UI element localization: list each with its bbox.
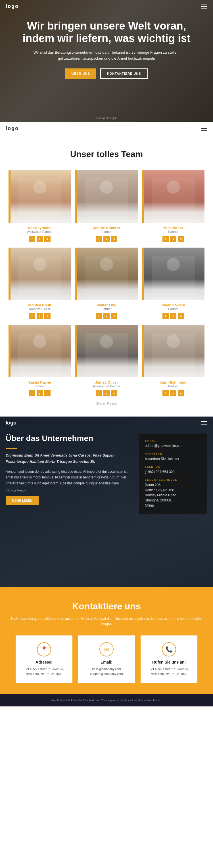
social-icons-row: f y o	[142, 390, 205, 396]
portrait-head	[167, 335, 180, 348]
instagram-icon[interactable]: o	[178, 313, 184, 319]
instagram-icon[interactable]: o	[111, 313, 117, 319]
team-card: James Oliver Assoziierter Partner f y o	[75, 325, 138, 396]
instagram-icon[interactable]: o	[44, 313, 51, 319]
portrait-body	[18, 255, 62, 300]
contact-card-text: 121 Rock Street, 21 Avenue, New York, NY…	[20, 667, 68, 676]
about-content: Über das Unternehmen Dignissim Enim Sit …	[0, 416, 213, 525]
about-read-more-button[interactable]: MEHR LESEN	[6, 496, 39, 505]
team-photo	[8, 325, 71, 377]
team-photo-box	[142, 170, 205, 223]
team-row-3: Sasha Payne Partner f y o James Oliver	[8, 325, 205, 396]
facebook-icon[interactable]: f	[96, 236, 102, 242]
yellow-accent-bar	[8, 325, 10, 377]
team-card: Mila Parker Partner f y o	[142, 170, 205, 242]
twitter-icon[interactable]: y	[37, 313, 43, 319]
team-photo	[8, 170, 71, 223]
hero-menu-button[interactable]	[201, 4, 207, 8]
facebook-icon[interactable]: f	[162, 390, 169, 396]
hero-section: logo Wir bringen unsere Welt voran, inde…	[0, 0, 213, 122]
contact-card-title: Rufen Sie uns an:	[145, 660, 193, 664]
team-member-role: Partner	[8, 384, 71, 388]
twitter-icon[interactable]: y	[170, 236, 176, 242]
hero-logo: logo	[6, 3, 19, 9]
team-photo	[142, 325, 205, 377]
team-photo-box	[75, 325, 138, 377]
portrait-body	[85, 255, 128, 300]
team-photo	[75, 248, 138, 300]
contact-us-button[interactable]: KONTAKTIERE UNS	[100, 68, 148, 79]
team-member-name: Jennie Roberts	[75, 226, 138, 230]
team-member-name: Peter Howard	[142, 303, 205, 307]
team-row-1: Nat Reynolds Weltweiter Partner f y o Je…	[8, 170, 205, 242]
facebook-icon[interactable]: f	[29, 313, 35, 319]
team-member-name: Monica Pouli	[8, 303, 71, 307]
contact-card-text: 121 Rock Street, 21 Avenue, New York, NY…	[145, 667, 193, 676]
social-icons-row: f y o	[8, 390, 71, 396]
team-member-name: Ann Richmond	[142, 380, 205, 384]
team-photo	[142, 170, 205, 223]
portrait-head	[100, 181, 113, 194]
facebook-icon[interactable]: f	[96, 390, 102, 396]
section2-nav: logo	[0, 122, 213, 135]
team-card: Ann Richmond Partner f y o	[142, 325, 205, 396]
team-member-role: Partner	[142, 307, 205, 311]
twitter-icon[interactable]: y	[103, 313, 110, 319]
instagram-icon[interactable]: o	[111, 390, 117, 396]
facebook-icon[interactable]: f	[162, 236, 169, 242]
team-card-info: Ann Richmond Partner f y o	[142, 377, 205, 396]
portrait-head	[167, 181, 180, 194]
portrait-head	[33, 258, 46, 271]
twitter-icon[interactable]: y	[170, 313, 176, 319]
facebook-icon[interactable]: f	[29, 390, 35, 396]
contact-info-label: TELEFON	[145, 465, 202, 468]
team-card: Monica Pouli Kreativer Leiter f y o	[8, 248, 71, 319]
team-card-info: Jennie Roberts Partner f y o	[75, 223, 138, 242]
instagram-icon[interactable]: o	[44, 390, 51, 396]
instagram-icon[interactable]: o	[44, 236, 51, 242]
contact-section: Kontaktiere uns Nisl mi scelerisque eu u…	[0, 587, 213, 694]
portrait-head	[33, 181, 46, 194]
team-member-role: Partner	[75, 307, 138, 311]
contact-card-title: Adresse:	[20, 660, 68, 664]
instagram-icon[interactable]: o	[111, 236, 117, 242]
twitter-icon[interactable]: y	[170, 390, 176, 396]
team-title: Unser tolles Team	[8, 149, 205, 159]
team-photo-box	[75, 170, 138, 223]
team-card-info: Nat Reynolds Weltweiter Partner f y o	[8, 223, 71, 242]
twitter-icon[interactable]: y	[37, 390, 43, 396]
team-photo-box	[8, 325, 71, 377]
team-card-info: James Oliver Assoziierter Partner f y o	[75, 377, 138, 396]
section2-menu-button[interactable]	[201, 127, 207, 131]
social-icons-row: f y o	[75, 390, 138, 396]
social-icons-row: f y o	[75, 236, 138, 242]
hero-subtitle: Wir sind das Beratungsunternehmen, das d…	[33, 50, 180, 62]
twitter-icon[interactable]: y	[103, 390, 110, 396]
contact-card-icon: ✉	[99, 642, 114, 656]
team-photo	[75, 325, 138, 377]
social-icons-row: f y o	[8, 313, 71, 319]
facebook-icon[interactable]: f	[96, 313, 102, 319]
team-card: Walter Lilly Partner f y o	[75, 248, 138, 319]
team-photo	[142, 248, 205, 300]
contact-info-value: Raum 236 Raffles City Nr. 168 Berkley Mi…	[145, 483, 202, 508]
about-credit: Bild von Freepik	[6, 489, 133, 492]
about-title: Über das Unternehmen	[6, 434, 133, 443]
team-card-info: Mila Parker Partner f y o	[142, 223, 205, 242]
about-left-panel: Über das Unternehmen Dignissim Enim Sit …	[6, 434, 133, 514]
hero-content: Wir bringen unsere Welt voran, indem wir…	[10, 20, 203, 79]
about-contact-panel: EMAILadrian@yourwebsite.comKARRIEREbewer…	[139, 434, 207, 514]
instagram-icon[interactable]: o	[178, 390, 184, 396]
instagram-icon[interactable]: o	[178, 236, 184, 242]
about-us-button[interactable]: ÜBER UNS	[65, 68, 96, 79]
twitter-icon[interactable]: y	[103, 236, 110, 242]
contact-info-label: EMAIL	[145, 439, 202, 442]
facebook-icon[interactable]: f	[162, 313, 169, 319]
team-photo	[75, 170, 138, 223]
portrait-body	[85, 333, 128, 377]
team-member-role: Weltweiter Partner	[8, 230, 71, 234]
portrait-body	[85, 178, 128, 223]
team-member-role: Kreativer Leiter	[8, 307, 71, 311]
facebook-icon[interactable]: f	[29, 236, 35, 242]
twitter-icon[interactable]: y	[37, 236, 43, 242]
